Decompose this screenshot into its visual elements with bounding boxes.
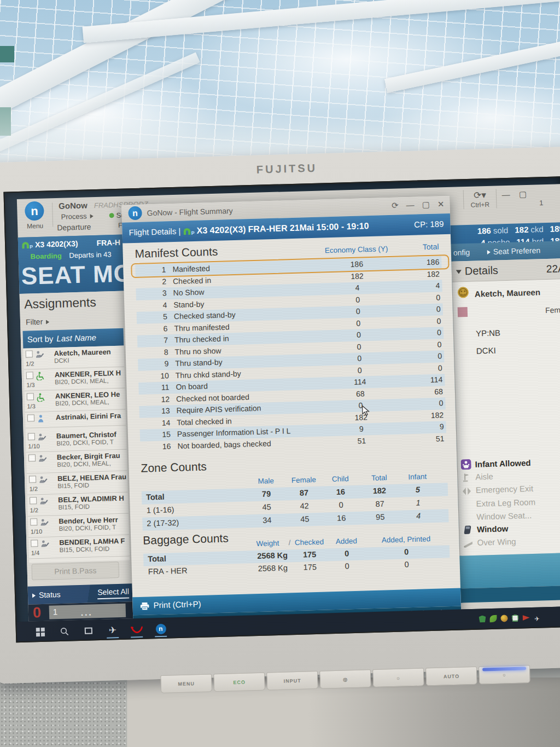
economy-value: 9 [320, 423, 402, 434]
total-column-header: Total [397, 242, 439, 252]
route: FRA-H [96, 238, 120, 247]
economy-value: 4 [316, 282, 398, 293]
person-check-icon [40, 540, 50, 551]
tui-logo-icon[interactable] [129, 621, 144, 638]
row-label: Passenger Information List - P I L [177, 426, 291, 438]
passenger-checkbox[interactable] [28, 454, 36, 461]
process-menu[interactable]: Process [61, 212, 94, 221]
passenger-row[interactable]: Becker, Birgit Frau BI20, DCKI, MEAL, [26, 450, 127, 474]
total-value: 114 [401, 375, 442, 385]
passenger-row[interactable]: 1/2 BELZ, HELENA Frau BI15, FOID [27, 471, 128, 495]
monitor-key-☼[interactable]: ☼ [372, 668, 424, 688]
passenger-row[interactable]: 1/3 ANKENER, FELIX H BI20, DCKI, MEAL, [24, 367, 125, 391]
passenger-checkbox[interactable] [27, 393, 34, 400]
chevron-right-icon [46, 320, 49, 324]
key-label: INPUT [283, 677, 301, 684]
minimize-icon[interactable]: — [406, 200, 414, 210]
monitor-key-○[interactable]: ○ [479, 665, 530, 685]
seat-legend-item[interactable]: Over Wing [463, 535, 560, 552]
row-number: 7 [137, 335, 168, 345]
stat-value: 189 [550, 224, 560, 234]
passenger-checkbox[interactable] [26, 372, 33, 379]
zone-label: 1 (1-16) [147, 505, 174, 514]
maximize-icon[interactable]: ▢ [422, 200, 430, 210]
passenger-services: BI20, DCKI, MEAL, [55, 377, 124, 386]
passenger-row[interactable]: 1/3 ANKENER, LEO He BI20, DCKI, MEAL, [25, 389, 126, 413]
passenger-name: Aketch, Maureen [475, 287, 540, 298]
passenger-checkbox[interactable] [30, 497, 37, 504]
economy-value: 0 [319, 364, 401, 375]
key-label: ◎ [343, 676, 348, 682]
minimize-maximize-icons[interactable]: — ▢ [501, 188, 530, 200]
seat-number: 22A [546, 263, 560, 275]
flight-summary-dialog: n GoNow - Flight Summary ⟳—▢✕ Flight Det… [121, 196, 461, 628]
page-number: 1 [53, 607, 58, 616]
total-value: 0 [400, 328, 441, 338]
flight-tab[interactable]: P X3 4202(X3) FRA-H Boarding Departs in … [18, 235, 124, 294]
print-boarding-pass-button[interactable]: Print B.Pass [31, 561, 119, 580]
passenger-services: BI20, DCKI, FOID, T [56, 438, 125, 447]
search-icon[interactable] [57, 623, 72, 640]
total-value: 0 [400, 340, 441, 350]
globe-icon[interactable] [500, 614, 508, 624]
dialog-title: GoNow - Flight Summary [147, 206, 233, 217]
economy-value: 51 [320, 435, 402, 446]
passenger-checkbox[interactable] [29, 476, 36, 483]
monitor-key-◎[interactable]: ◎ [319, 669, 371, 689]
page-box[interactable]: 1 ... [49, 604, 126, 619]
row-number: 1 [135, 265, 166, 275]
passenger-row[interactable]: 1/2 BELZ, WLADIMIR H BI15, FOID [27, 493, 129, 517]
select-all-button[interactable]: Select All [97, 587, 129, 600]
gonow-app-icon[interactable]: n [25, 201, 44, 221]
airplane-small-icon[interactable]: ✈ [533, 613, 540, 623]
row-label: Checked in [173, 276, 211, 286]
row-number: 16 [140, 442, 171, 451]
passenger-list: 1/2 Aketch, Maureen DCKI 1/3 ANKENER, FE… [23, 346, 130, 563]
security-shield-icon[interactable] [511, 614, 518, 624]
passenger-row[interactable]: 1/10 Bender, Uwe Herr BI20, DCKI, FOID, … [28, 514, 129, 538]
triangle-icon [487, 250, 491, 254]
monitor-key-input[interactable]: INPUT [266, 671, 318, 691]
passenger-checkbox[interactable] [31, 540, 38, 547]
windows-logo-icon[interactable] [33, 624, 48, 641]
passenger-checkbox[interactable] [28, 433, 35, 440]
departure-menu[interactable]: Departure [57, 222, 91, 232]
economy-value: 0 [319, 399, 401, 410]
sort-bar[interactable]: Sort byLast Name [23, 328, 124, 349]
config-label: onfig [453, 248, 470, 257]
status-toggle[interactable]: Status [32, 590, 61, 599]
menu-button[interactable]: Menu [23, 222, 47, 230]
seat-preferences-button[interactable]: Seat Preferen [487, 241, 540, 260]
passenger-services: BI15, DCKI, FOID [60, 545, 129, 554]
passenger-checkbox[interactable] [27, 414, 34, 421]
leaf-icon[interactable] [489, 615, 497, 624]
frequent-flyer-medal-icon [457, 286, 470, 301]
passenger-row[interactable]: 1/4 BENDER, LAMHA F BI15, DCKI, FOID [28, 535, 130, 559]
monitor-key-menu[interactable]: MENU [160, 674, 212, 693]
monitor-key-eco[interactable]: ECO [213, 673, 265, 692]
seat-legend: Infant AllowedAisleEmergency ExitExtra L… [460, 456, 560, 552]
zone-counts-title: Zone Counts [141, 460, 207, 474]
passenger-checkbox[interactable] [26, 350, 33, 357]
baggage-added: 0 [325, 561, 369, 571]
airplane-icon[interactable]: ✈ [105, 622, 120, 639]
refresh-button[interactable]: ⟳▾Ctrl+R [463, 189, 497, 210]
gonow-app-icon[interactable]: n [153, 621, 168, 638]
details-header[interactable]: Details 22A [451, 258, 560, 282]
passenger-row[interactable]: 1/10 Baumert, Christof BI20, DCKI, FOID,… [26, 428, 127, 453]
passenger-checkbox[interactable] [30, 518, 37, 525]
wheelchair-icon [36, 393, 46, 404]
close-icon[interactable]: ✕ [438, 199, 445, 209]
zone-value: 4 [391, 511, 446, 521]
zone-table: Total79871618251 (1-16)454208712 (17-32)… [142, 483, 449, 531]
zone-label: 2 (17-32) [147, 518, 179, 528]
task-view-icon[interactable] [81, 622, 96, 639]
passenger-row[interactable]: Astrinaki, Eirini Fra [25, 410, 126, 428]
monitor-key-auto[interactable]: AUTO [425, 667, 477, 686]
economy-value: 114 [319, 376, 401, 387]
refresh-icon[interactable]: ⟳ [392, 201, 399, 211]
passenger-row[interactable]: 1/2 Aketch, Maureen DCKI [23, 346, 124, 370]
filter-button[interactable]: Filter [26, 317, 50, 326]
shield-green-icon[interactable] [479, 615, 486, 624]
red-arrow-icon[interactable] [522, 613, 529, 623]
